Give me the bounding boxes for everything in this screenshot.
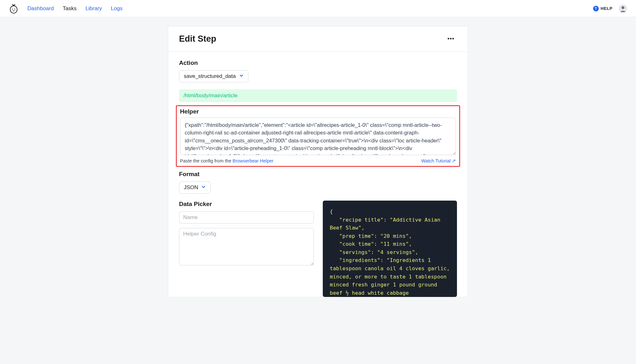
logo[interactable] bbox=[9, 3, 18, 14]
main-nav: Dashboard Tasks Library Logs bbox=[27, 5, 122, 12]
xpath-banner: /html/body/main/article bbox=[179, 89, 457, 102]
format-value: JSON bbox=[184, 184, 198, 191]
svg-point-2 bbox=[14, 9, 15, 10]
helper-footer-text: Paste the config from the Browserbear He… bbox=[180, 158, 273, 163]
chevron-down-icon bbox=[201, 184, 206, 191]
format-section: Format JSON bbox=[179, 171, 457, 194]
topbar: Dashboard Tasks Library Logs ? HELP bbox=[0, 0, 636, 17]
helper-textarea[interactable] bbox=[180, 118, 456, 155]
avatar[interactable] bbox=[619, 4, 627, 13]
format-select[interactable]: JSON bbox=[179, 182, 211, 194]
card-header: Edit Step ••• bbox=[168, 26, 468, 52]
data-picker-left: Data Picker bbox=[179, 201, 314, 297]
topbar-left: Dashboard Tasks Library Logs bbox=[9, 3, 122, 14]
card-body: Action save_structured_data /html/body/m… bbox=[168, 52, 468, 297]
data-picker-label: Data Picker bbox=[179, 201, 314, 208]
helper-config-textarea[interactable] bbox=[179, 228, 314, 265]
helper-section: Helper Paste the config from the Browser… bbox=[176, 105, 460, 167]
help-link[interactable]: ? HELP bbox=[593, 6, 612, 11]
code-preview-panel: { "recipe title": "Addictive Asian Beef … bbox=[323, 201, 457, 297]
svg-point-1 bbox=[12, 9, 13, 10]
chevron-down-icon bbox=[239, 73, 244, 79]
helper-footer: Paste the config from the Browserbear He… bbox=[180, 158, 456, 163]
data-picker-section: Data Picker { "recipe title": "Addictive… bbox=[179, 201, 457, 297]
svg-point-0 bbox=[10, 6, 17, 13]
watch-tutorial-link[interactable]: Watch Tutorial ↗ bbox=[421, 158, 456, 163]
more-button[interactable]: ••• bbox=[445, 34, 457, 44]
bear-logo-icon bbox=[9, 3, 18, 14]
topbar-right: ? HELP bbox=[593, 4, 627, 13]
action-section: Action save_structured_data bbox=[179, 59, 457, 82]
help-label: HELP bbox=[601, 6, 612, 11]
browserbear-helper-link[interactable]: Browserbear Helper bbox=[232, 158, 273, 163]
avatar-icon bbox=[619, 4, 627, 13]
nav-tasks[interactable]: Tasks bbox=[63, 5, 76, 12]
page-title: Edit Step bbox=[179, 34, 216, 44]
page: Edit Step ••• Action save_structured_dat… bbox=[0, 17, 636, 297]
nav-library[interactable]: Library bbox=[86, 5, 102, 12]
action-label: Action bbox=[179, 59, 457, 66]
action-value: save_structured_data bbox=[184, 73, 236, 79]
help-icon: ? bbox=[593, 6, 599, 11]
name-input[interactable] bbox=[179, 211, 314, 223]
nav-dashboard[interactable]: Dashboard bbox=[27, 5, 54, 12]
format-label: Format bbox=[179, 171, 457, 178]
helper-label: Helper bbox=[180, 108, 456, 115]
edit-step-card: Edit Step ••• Action save_structured_dat… bbox=[168, 26, 468, 297]
svg-point-4 bbox=[622, 6, 625, 9]
nav-logs[interactable]: Logs bbox=[111, 5, 123, 12]
action-select[interactable]: save_structured_data bbox=[179, 70, 248, 82]
